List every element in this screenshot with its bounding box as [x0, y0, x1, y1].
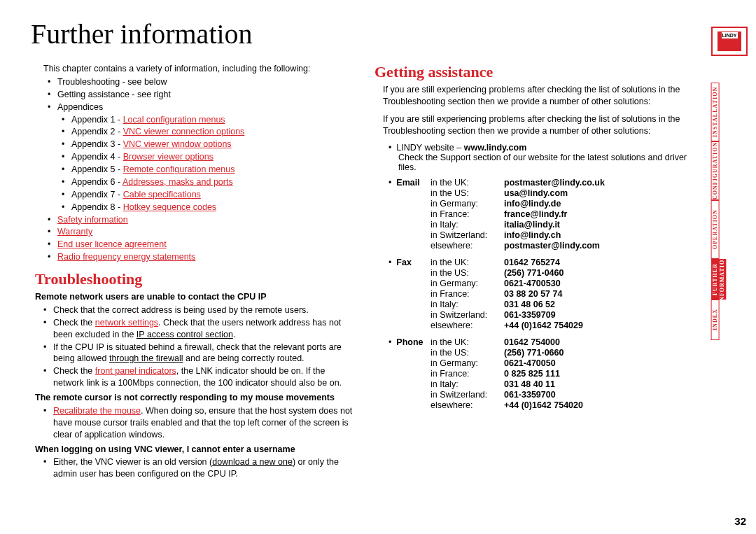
contact-type: [388, 321, 430, 330]
ts1-head: Remote network users are unable to conta…: [35, 291, 354, 303]
appendix-link[interactable]: Local configuration menus: [123, 115, 225, 125]
contact-type: [388, 310, 430, 320]
contact-value: info@lindy.de: [504, 199, 693, 209]
list-item: Appendices Appendix 1 - Local configurat…: [48, 101, 354, 213]
contact-type: [388, 268, 430, 278]
contact-value: 0621-470050: [504, 358, 693, 368]
lindy-logo: LINDY: [711, 27, 748, 56]
contact-type: [388, 369, 430, 379]
contact-type: [388, 348, 430, 358]
appendix-item: Appendix 7 - Cable specifications: [62, 189, 354, 201]
appendix-link[interactable]: VNC viewer window options: [123, 139, 232, 149]
contact-location: in Italy:: [430, 220, 504, 230]
contact-value: 031 48 40 11: [504, 379, 693, 389]
contact-type: [388, 241, 430, 251]
left-column: This chapter contains a variety of infor…: [35, 63, 354, 481]
contact-type: [388, 300, 430, 309]
contact-value: usa@lindy.com: [504, 188, 693, 198]
contact-value: france@lindy.fr: [504, 209, 693, 219]
recalibrate-link[interactable]: Recalibrate the mouse: [53, 406, 141, 416]
contact-location: in Germany:: [430, 358, 504, 368]
appendix-link[interactable]: Remote configuration menus: [123, 164, 235, 174]
sidebar-tab-index[interactable]: INDEX: [711, 300, 720, 340]
sidebar-tab-further-information[interactable]: FURTHER INFORMATION: [711, 259, 726, 300]
contact-location: in Italy:: [430, 379, 504, 389]
list-item: Safety information: [48, 214, 354, 226]
website-desc: Check the Support section of our website…: [398, 153, 693, 172]
contact-type: [388, 199, 430, 209]
contact-location: in the US:: [430, 348, 504, 358]
contact-value: 01642 765274: [504, 258, 693, 267]
contact-type: [388, 358, 430, 368]
contact-location: in Italy:: [430, 300, 504, 309]
contact-value: italia@lindy.it: [504, 220, 693, 230]
front-panel-link[interactable]: front panel indicators: [95, 366, 176, 376]
contact-location: elsewhere:: [430, 241, 504, 251]
list-item: Recalibrate the mouse. When doing so, en…: [43, 405, 354, 441]
sidebar-tab-operation[interactable]: OPERATION: [711, 200, 720, 259]
ts3-head: When logging on using VNC viewer, I cann…: [35, 444, 354, 456]
appendix-link[interactable]: Hotkey sequence codes: [123, 202, 216, 212]
appendix-item: Appendix 8 - Hotkey sequence codes: [62, 202, 354, 213]
appendix-link[interactable]: Browser viewer options: [123, 152, 214, 162]
contact-type: [388, 220, 430, 230]
contact-location: elsewhere:: [430, 400, 504, 410]
eula-link[interactable]: End user licence agreement: [57, 239, 167, 249]
contact-value: 061-3359700: [504, 390, 693, 400]
contact-location: in France:: [430, 289, 504, 299]
contact-location: in France:: [430, 209, 504, 219]
page-title: Further information: [31, 17, 742, 50]
list-item: Either, the VNC viewer is an old version…: [43, 456, 354, 480]
appendix-link[interactable]: VNC viewer connection options: [123, 127, 245, 136]
ts2-head: The remote cursor is not correctly respo…: [35, 392, 354, 404]
sidebar-tab-configuration[interactable]: CONFIGURATION: [711, 141, 720, 200]
contact-value: +44 (0)1642 754029: [504, 321, 693, 330]
contact-location: in the UK:: [430, 178, 504, 188]
contact-location: in Germany:: [430, 199, 504, 209]
appendix-link[interactable]: Addresses, masks and ports: [122, 177, 233, 187]
contact-value: 061-3359709: [504, 310, 693, 320]
contact-value: postmaster@lindy.com: [504, 241, 693, 251]
contact-value: 031 48 06 52: [504, 300, 693, 309]
contact-location: in the UK:: [430, 258, 504, 267]
contact-location: in the US:: [430, 188, 504, 198]
contact-value: +44 (0)1642 754020: [504, 400, 693, 410]
contact-type: [388, 289, 430, 299]
sidebar-tab-installation[interactable]: INSTALLATION: [711, 83, 720, 141]
contact-location: in France:: [430, 369, 504, 379]
list-item: End user licence agreement: [48, 239, 354, 251]
appendix-item: Appendix 1 - Local configuration menus: [62, 114, 354, 126]
ip-access-link[interactable]: IP access control section: [136, 330, 233, 339]
contact-type: [388, 188, 430, 198]
list-item: If the CPU IP is situated behind a firew…: [43, 342, 354, 365]
appendix-link[interactable]: Cable specifications: [123, 190, 201, 199]
appendix-item: Appendix 6 - Addresses, masks and ports: [62, 176, 354, 188]
warranty-link[interactable]: Warranty: [57, 227, 92, 237]
contact-type: • Fax: [388, 258, 430, 267]
website-line: • LINDY website – www.lindy.com: [388, 143, 693, 153]
contact-type: [388, 379, 430, 389]
contact-value: 0 825 825 111: [504, 369, 693, 379]
appendix-item: Appendix 3 - VNC viewer window options: [62, 139, 354, 150]
contact-type: [388, 390, 430, 400]
contact-location: in Switzerland:: [430, 310, 504, 320]
contact-value: (256) 771-0660: [504, 348, 693, 358]
appendix-item: Appendix 4 - Browser viewer options: [62, 151, 354, 163]
assistance-heading: Getting assistance: [374, 63, 693, 81]
sidebar-nav: LINDY INSTALLATIONCONFIGURATIONOPERATION…: [711, 27, 748, 340]
list-item: Getting assistance - see right: [48, 89, 354, 101]
rf-link[interactable]: Radio frequency energy statements: [57, 252, 195, 262]
download-link[interactable]: download a new one: [212, 457, 293, 467]
firewall-link[interactable]: through the firewall: [109, 353, 183, 363]
right-column: Getting assistance If you are still expe…: [374, 63, 693, 481]
list-item: Check the network settings. Check that t…: [43, 317, 354, 341]
contact-location: in Germany:: [430, 279, 504, 288]
intro-text: This chapter contains a variety of infor…: [43, 63, 354, 75]
list-item: Warranty: [48, 226, 354, 238]
network-settings-link[interactable]: network settings: [95, 318, 158, 328]
contact-type: [388, 209, 430, 219]
contact-type: [388, 230, 430, 240]
safety-info-link[interactable]: Safety information: [57, 215, 128, 225]
list-item: Troubleshooting - see below: [48, 76, 354, 88]
list-item: Check the front panel indicators, the LN…: [43, 365, 354, 389]
